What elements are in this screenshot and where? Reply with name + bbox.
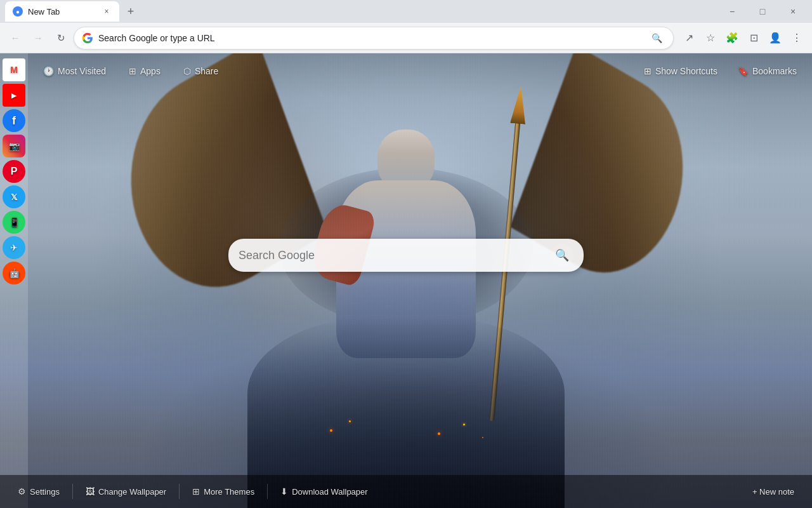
sidebar: M ▶ f 📷 P 𝕏 📱 ✈ 🤖: [0, 53, 28, 508]
sparks: [311, 394, 501, 444]
extensions-button[interactable]: 🧩: [722, 28, 742, 48]
omnibox-icons: 🔍: [648, 29, 665, 47]
sidebar-item-youtube[interactable]: ▶: [3, 84, 25, 107]
share-label: Share: [195, 66, 218, 76]
new-tab-button[interactable]: +: [122, 3, 140, 20]
search-input[interactable]: [239, 249, 544, 262]
search-magnifier-icon: 🔍: [555, 248, 569, 262]
pinterest-icon: P: [11, 166, 18, 177]
sidebar-item-gmail[interactable]: M: [3, 58, 25, 81]
share-icon: ⬡: [183, 66, 191, 76]
new-note-button[interactable]: + New note: [745, 483, 802, 500]
toolbar-right: ↗ ☆ 🧩 ⊡ 👤 ⋮: [679, 28, 807, 48]
reddit-icon: 🤖: [9, 268, 20, 278]
sidebar-item-telegram[interactable]: ✈: [3, 236, 25, 259]
instagram-icon: 📷: [9, 141, 20, 151]
most-visited-button[interactable]: 🕐 Most Visited: [38, 64, 111, 79]
newtab-topbar: 🕐 Most Visited ⊞ Apps ⬡ Share ⊞ Show Sho…: [28, 53, 812, 89]
apps-label: Apps: [140, 66, 160, 76]
sidebar-item-twitter[interactable]: 𝕏: [3, 185, 25, 208]
search-icon[interactable]: 🔍: [648, 29, 665, 47]
omnibox-text: Search Google or type a URL: [98, 33, 643, 43]
address-bar: ← → ↻ Search Google or type a URL 🔍 ↗ ☆ …: [0, 23, 812, 53]
more-themes-icon: ⊞: [192, 486, 200, 497]
download-wallpaper-button[interactable]: ⬇ Download Wallpaper: [273, 483, 375, 500]
search-container: 🔍: [228, 239, 584, 272]
layout-button[interactable]: ⊡: [743, 28, 764, 48]
search-box: 🔍: [228, 239, 584, 272]
youtube-icon: ▶: [11, 92, 16, 99]
forward-button[interactable]: →: [28, 28, 48, 48]
tab-favicon: ●: [13, 6, 23, 17]
separator-1: [72, 484, 73, 499]
browser-chrome: ● New Tab × + − □ × ← → ↻ Search Google …: [0, 0, 812, 53]
settings-button[interactable]: ⚙ Settings: [10, 483, 67, 500]
sidebar-item-pinterest[interactable]: P: [3, 160, 25, 183]
tab-close-button[interactable]: ×: [102, 6, 112, 17]
most-visited-label: Most Visited: [58, 66, 106, 76]
search-button[interactable]: 🔍: [551, 244, 573, 267]
bottom-bar: ⚙ Settings 🖼 Change Wallpaper ⊞ More The…: [0, 475, 812, 508]
close-button[interactable]: ×: [779, 0, 807, 23]
change-wallpaper-label: Change Wallpaper: [98, 487, 166, 497]
separator-3: [267, 484, 268, 499]
google-icon: [82, 32, 93, 44]
wallpaper-background: [0, 53, 812, 508]
sidebar-item-reddit[interactable]: 🤖: [3, 262, 25, 284]
settings-icon: ⚙: [18, 486, 26, 497]
more-themes-label: More Themes: [204, 487, 254, 497]
omnibox[interactable]: Search Google or type a URL 🔍: [74, 27, 674, 50]
bookmarks-icon: 🔖: [738, 66, 749, 76]
active-tab[interactable]: ● New Tab ×: [5, 1, 119, 22]
gmail-icon: M: [10, 65, 18, 75]
shortcuts-icon: ⊞: [644, 66, 652, 76]
reload-button[interactable]: ↻: [51, 28, 71, 48]
maximize-button[interactable]: □: [749, 0, 776, 23]
sidebar-item-facebook[interactable]: f: [3, 109, 25, 132]
twitter-icon: 𝕏: [11, 192, 17, 202]
newtab-content: M ▶ f 📷 P 𝕏 📱 ✈ 🤖 🕐 Most Visited: [0, 53, 812, 508]
more-themes-button[interactable]: ⊞ More Themes: [185, 483, 262, 500]
apps-icon: ⊞: [129, 66, 136, 76]
whatsapp-icon: 📱: [9, 217, 20, 227]
minimize-button[interactable]: −: [718, 0, 746, 23]
most-visited-icon: 🕐: [43, 66, 54, 76]
bookmark-button[interactable]: ☆: [700, 28, 721, 48]
share-button[interactable]: ↗: [679, 28, 699, 48]
topbar-right: ⊞ Show Shortcuts 🔖 Bookmarks: [639, 64, 802, 79]
show-shortcuts-label: Show Shortcuts: [655, 66, 717, 76]
bookmarks-label: Bookmarks: [752, 66, 797, 76]
bookmarks-button[interactable]: 🔖 Bookmarks: [733, 64, 802, 79]
telegram-icon: ✈: [10, 243, 18, 253]
sidebar-item-instagram[interactable]: 📷: [3, 135, 25, 157]
new-note-label: + New note: [752, 487, 794, 497]
settings-label: Settings: [30, 487, 60, 497]
share-button[interactable]: ⬡ Share: [178, 64, 223, 79]
profile-button[interactable]: 👤: [765, 28, 785, 48]
menu-button[interactable]: ⋮: [787, 28, 807, 48]
change-wallpaper-button[interactable]: 🖼 Change Wallpaper: [78, 483, 174, 500]
back-button[interactable]: ←: [5, 28, 25, 48]
show-shortcuts-button[interactable]: ⊞ Show Shortcuts: [639, 64, 723, 79]
download-wallpaper-label: Download Wallpaper: [292, 487, 367, 497]
download-wallpaper-icon: ⬇: [280, 486, 288, 497]
tab-title: New Tab: [28, 7, 96, 17]
apps-button[interactable]: ⊞ Apps: [124, 64, 166, 79]
facebook-icon: f: [12, 114, 16, 128]
separator-2: [179, 484, 180, 499]
change-wallpaper-icon: 🖼: [86, 486, 95, 497]
tab-bar: ● New Tab × + − □ ×: [0, 0, 812, 23]
tab-bar-right: − □ ×: [718, 0, 812, 23]
sidebar-item-whatsapp[interactable]: 📱: [3, 211, 25, 234]
